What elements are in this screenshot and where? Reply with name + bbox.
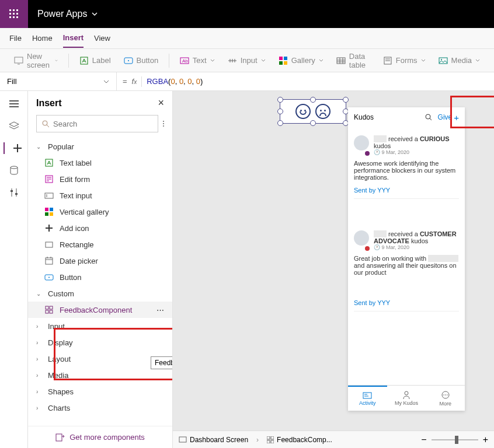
formula-bar: Fill = fx RGBA(0, 0, 0, 0) bbox=[0, 72, 494, 91]
nav-my-kudos[interactable]: My Kudos bbox=[387, 386, 426, 411]
input-dropdown[interactable]: Input bbox=[223, 54, 270, 68]
media-dropdown[interactable]: Media bbox=[434, 54, 485, 68]
svg-rect-82 bbox=[267, 436, 270, 439]
toolbar: New screen Label Button Ab Text Input Ga… bbox=[0, 49, 494, 72]
search-icon[interactable] bbox=[425, 114, 432, 121]
item-add-icon[interactable]: Add icon bbox=[28, 220, 172, 236]
component-icon bbox=[267, 436, 274, 443]
button-button[interactable]: Button bbox=[119, 54, 163, 68]
item-button[interactable]: Button bbox=[28, 269, 172, 285]
svg-rect-59 bbox=[46, 242, 53, 247]
item-edit-form[interactable]: Edit form bbox=[28, 171, 172, 187]
breadcrumb-component[interactable]: FeedbackComp... bbox=[267, 436, 332, 444]
svg-rect-60 bbox=[46, 258, 53, 264]
selected-component[interactable] bbox=[280, 99, 346, 124]
kudos-card[interactable]: XXX received a CURIOUS kudos 🕐 9 Mar, 20… bbox=[354, 131, 459, 199]
tree-view-icon[interactable] bbox=[8, 98, 20, 110]
menu-home[interactable]: Home bbox=[32, 29, 53, 47]
resize-handle[interactable] bbox=[277, 97, 283, 103]
waffle-icon[interactable] bbox=[0, 0, 28, 28]
group-media[interactable]: ›Media bbox=[28, 367, 172, 383]
close-icon[interactable]: × bbox=[158, 97, 164, 109]
item-rectangle[interactable]: Rectangle bbox=[28, 236, 172, 253]
svg-rect-5 bbox=[16, 13, 18, 15]
text-dropdown[interactable]: Ab Text bbox=[175, 54, 220, 68]
gallery-icon bbox=[44, 207, 54, 216]
menu-bar: File Home Insert View bbox=[0, 28, 494, 49]
more-icon[interactable]: ⋯ bbox=[156, 306, 164, 314]
resize-handle[interactable] bbox=[277, 120, 283, 126]
label-button[interactable]: Label bbox=[75, 54, 116, 68]
group-charts[interactable]: ›Charts bbox=[28, 400, 172, 416]
layers-icon[interactable] bbox=[8, 120, 20, 132]
search-field[interactable] bbox=[53, 120, 153, 128]
left-rail bbox=[0, 91, 28, 448]
resize-handle[interactable] bbox=[310, 97, 316, 103]
resize-handle[interactable] bbox=[343, 97, 349, 103]
canvas[interactable]: Kudos Give + XXX received a CURIOUS kudo… bbox=[173, 91, 494, 448]
kudos-card[interactable]: XXX received a CUSTOMER ADVOCATE kudos 🕐… bbox=[354, 226, 459, 312]
zoom-in-button[interactable]: + bbox=[483, 435, 488, 445]
svg-rect-23 bbox=[284, 61, 287, 65]
menu-view[interactable]: View bbox=[94, 29, 110, 47]
zoom-slider[interactable] bbox=[432, 439, 478, 440]
breadcrumb-screen[interactable]: Dashboard Screen bbox=[179, 436, 248, 444]
item-feedback-component[interactable]: FeedbackComponent ⋯ bbox=[28, 302, 172, 318]
nav-activity[interactable]: Activity bbox=[348, 386, 387, 411]
item-date-picker[interactable]: Date picker bbox=[28, 253, 172, 269]
item-text-label[interactable]: Text label bbox=[28, 155, 172, 171]
group-popular[interactable]: ⌄Popular bbox=[28, 138, 172, 155]
resize-handle[interactable] bbox=[310, 120, 316, 126]
insert-icon[interactable] bbox=[4, 142, 23, 154]
svg-rect-11 bbox=[81, 57, 88, 64]
chevron-right-icon: › bbox=[256, 436, 259, 444]
nav-more[interactable]: More bbox=[426, 386, 465, 411]
zoom-out-button[interactable]: − bbox=[421, 435, 426, 445]
give-button[interactable]: Give + bbox=[438, 113, 459, 123]
text-label: Text bbox=[193, 56, 207, 65]
group-display[interactable]: ›Display bbox=[28, 334, 172, 351]
advanced-icon[interactable] bbox=[8, 187, 20, 198]
gallery-dropdown[interactable]: Gallery bbox=[274, 54, 328, 68]
more-icon[interactable] bbox=[163, 121, 164, 127]
new-screen-button[interactable]: New screen bbox=[9, 50, 62, 72]
resize-handle[interactable] bbox=[277, 108, 283, 114]
phone-header: Kudos Give + bbox=[348, 107, 465, 127]
chevron-down-icon bbox=[261, 58, 266, 63]
menu-insert[interactable]: Insert bbox=[63, 29, 84, 48]
group-custom[interactable]: ⌄Custom bbox=[28, 285, 172, 302]
button-icon bbox=[44, 272, 54, 282]
search-input[interactable] bbox=[36, 115, 158, 132]
svg-rect-8 bbox=[16, 16, 18, 18]
item-vertical-gallery[interactable]: Vertical gallery bbox=[28, 204, 172, 220]
app-name[interactable]: Power Apps bbox=[28, 9, 107, 19]
svg-point-13 bbox=[128, 60, 129, 61]
data-table-button[interactable]: Data table bbox=[332, 50, 375, 72]
get-more-label: Get more components bbox=[69, 433, 145, 442]
svg-point-44 bbox=[43, 121, 47, 125]
sent-by-link[interactable]: Sent by YYY bbox=[354, 187, 459, 194]
svg-rect-67 bbox=[50, 306, 53, 309]
chevron-down-icon bbox=[92, 11, 98, 17]
formula-input[interactable]: = fx RGBA(0, 0, 0, 0) bbox=[117, 76, 208, 87]
svg-point-76 bbox=[405, 391, 408, 395]
sent-by-link[interactable]: Sent by YYY bbox=[354, 299, 459, 306]
data-icon[interactable] bbox=[8, 164, 20, 176]
get-more-components-button[interactable]: Get more components bbox=[28, 426, 172, 448]
workspace: Insert × ⌄Popular Text label Edit form T… bbox=[0, 91, 494, 448]
property-dropdown[interactable]: Fill bbox=[0, 72, 117, 90]
app-name-text: Power Apps bbox=[37, 9, 87, 19]
calendar-icon bbox=[44, 256, 54, 265]
button-text: Button bbox=[137, 56, 159, 65]
svg-rect-56 bbox=[50, 212, 53, 216]
svg-rect-0 bbox=[9, 9, 11, 11]
screen-icon bbox=[14, 56, 23, 65]
activity-icon bbox=[363, 392, 372, 399]
menu-file[interactable]: File bbox=[9, 29, 22, 47]
group-input[interactable]: ›Input bbox=[28, 318, 172, 334]
item-text-input[interactable]: Text input bbox=[28, 187, 172, 204]
svg-rect-54 bbox=[50, 208, 53, 211]
label-text: Label bbox=[92, 56, 111, 65]
group-shapes[interactable]: ›Shapes bbox=[28, 383, 172, 400]
forms-dropdown[interactable]: Forms bbox=[378, 54, 430, 68]
